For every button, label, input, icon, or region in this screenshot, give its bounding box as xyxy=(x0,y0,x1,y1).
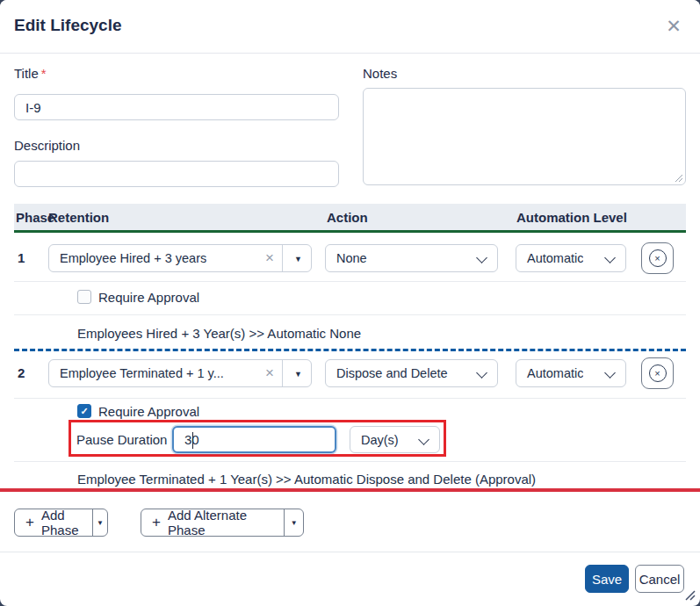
description-input[interactable] xyxy=(14,161,339,187)
automation-select-phase1[interactable]: Automatic xyxy=(516,244,626,272)
chevron-down-icon xyxy=(418,434,429,445)
add-alternate-phase-menu-button[interactable]: ▼ xyxy=(284,509,303,536)
dialog-title: Edit Lifecycle xyxy=(14,16,122,35)
remove-phase2-button[interactable]: × xyxy=(641,357,674,389)
add-alternate-phase-label: Add Alternate Phase xyxy=(168,508,273,537)
check-icon: ✓ xyxy=(80,406,88,417)
phases-table: Phase Retention Action Automation Level … xyxy=(14,204,686,488)
chevron-down-icon xyxy=(604,367,616,379)
row-divider xyxy=(14,314,686,315)
alternate-phase-divider xyxy=(14,349,686,351)
add-alternate-phase-button[interactable]: + Add Alternate Phase ▼ xyxy=(141,509,304,537)
title-label: Title* xyxy=(14,66,47,81)
chevron-down-icon xyxy=(604,252,616,263)
phase-number: 2 xyxy=(18,365,25,380)
retention-combobox-phase1[interactable]: Employee Hired + 3 years × ▼ xyxy=(48,244,312,272)
automation-select-phase2[interactable]: Automatic xyxy=(516,359,626,387)
notes-label: Notes xyxy=(363,66,397,81)
table-bottom-border xyxy=(0,488,700,492)
dropdown-caret-icon[interactable]: ▼ xyxy=(294,255,302,263)
pause-duration-label: Pause Duration xyxy=(76,432,167,447)
remove-phase-icon: × xyxy=(649,249,667,267)
combo-divider xyxy=(282,245,283,271)
require-approval-label: Require Approval xyxy=(98,290,199,305)
row-divider xyxy=(14,461,686,462)
dropdown-caret-icon: ▼ xyxy=(291,519,298,527)
column-header-action: Action xyxy=(327,210,368,225)
action-select-phase1[interactable]: None xyxy=(325,244,498,272)
action-select-phase2[interactable]: Dispose and Delete xyxy=(325,359,498,387)
add-phase-menu-button[interactable]: ▼ xyxy=(92,509,107,536)
row-divider xyxy=(14,281,686,282)
chevron-down-icon xyxy=(476,367,487,379)
plus-icon: + xyxy=(152,514,161,531)
require-approval-label: Require Approval xyxy=(98,404,199,419)
close-button[interactable]: ✕ xyxy=(661,14,686,39)
require-approval-checkbox-phase1[interactable] xyxy=(77,290,91,304)
add-phase-button[interactable]: + Add Phase ▼ xyxy=(14,509,108,537)
annotation-highlight: Pause Duration 30 Day(s) xyxy=(69,420,446,457)
dialog-header: Edit Lifecycle ✕ xyxy=(0,0,700,54)
row-divider xyxy=(14,398,686,399)
combo-divider xyxy=(282,360,283,386)
phase2-summary: Employee Terminated + 1 Year(s) >> Autom… xyxy=(77,472,536,487)
pause-duration-input[interactable]: 30 xyxy=(172,426,336,453)
cancel-button[interactable]: Cancel xyxy=(635,565,684,593)
resize-handle-icon[interactable] xyxy=(684,589,696,601)
footer-divider xyxy=(0,552,700,552)
add-phase-label: Add Phase xyxy=(41,508,82,537)
require-approval-checkbox-phase2[interactable]: ✓ xyxy=(77,404,91,418)
edit-lifecycle-dialog: Edit Lifecycle ✕ Title* Notes Descriptio… xyxy=(0,0,700,606)
column-header-automation: Automation Level xyxy=(516,210,627,225)
save-button[interactable]: Save xyxy=(585,565,629,593)
plus-icon: + xyxy=(25,514,34,531)
dropdown-caret-icon: ▼ xyxy=(97,519,104,527)
chevron-down-icon xyxy=(476,252,487,263)
retention-combobox-phase2[interactable]: Employee Terminated + 1 y... × ▼ xyxy=(48,359,312,387)
remove-phase1-button[interactable]: × xyxy=(641,242,674,274)
clear-icon[interactable]: × xyxy=(265,250,274,266)
required-asterisk: * xyxy=(41,66,47,81)
title-input[interactable] xyxy=(14,94,339,120)
pause-unit-select[interactable]: Day(s) xyxy=(350,426,440,453)
dropdown-caret-icon[interactable]: ▼ xyxy=(294,370,302,379)
notes-textarea[interactable] xyxy=(363,88,686,185)
column-header-retention: Retention xyxy=(48,210,109,225)
text-cursor xyxy=(192,432,193,449)
close-icon: ✕ xyxy=(666,16,682,37)
table-header-row: Phase Retention Action Automation Level xyxy=(14,204,686,233)
phase-number: 1 xyxy=(18,250,25,265)
remove-phase-icon: × xyxy=(649,364,667,382)
clear-icon[interactable]: × xyxy=(265,365,274,381)
description-label: Description xyxy=(14,138,80,153)
phase1-summary: Employees Hired + 3 Year(s) >> Automatic… xyxy=(77,326,361,341)
